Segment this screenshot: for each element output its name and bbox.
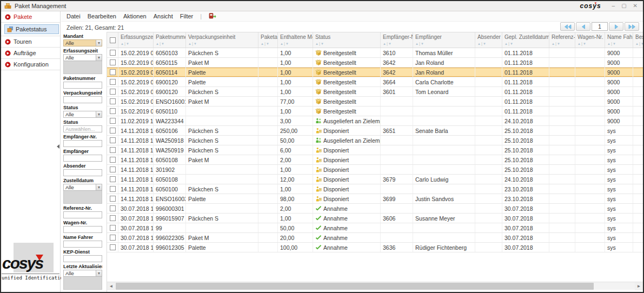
column-header-absender[interactable]: Absender ▲|▼ — [475, 32, 502, 48]
row-checkbox[interactable] — [110, 50, 116, 56]
menu-filter[interactable]: Filter — [180, 13, 193, 19]
table-row[interactable]: 14.11.2018 14:496050108Paket M2,00Dispon… — [107, 155, 643, 165]
table-row[interactable]: 14.11.2018 14:49605010812,00Disponiert36… — [107, 175, 643, 184]
column-header-referenz-nr[interactable]: Referenz-Nr. ▲|▼ — [549, 32, 575, 48]
table-row[interactable]: 14.11.2018 13:41ENSO160039Palette98,00Di… — [107, 194, 643, 204]
row-checkbox[interactable] — [110, 196, 116, 202]
chevron-down-icon[interactable]: ▼ — [96, 40, 102, 46]
filter-panel-collapse-icon[interactable] — [57, 144, 59, 149]
row-checkbox[interactable] — [110, 167, 116, 172]
sort-icons[interactable]: ▲|▼ — [156, 41, 185, 46]
table-row[interactable]: 30.07.2018 15:39996022305Paket M20,00Ann… — [107, 233, 643, 243]
filter-select-zustelldatum[interactable]: Alle ▼ — [63, 184, 102, 191]
table-row[interactable]: 30.07.2018 15:41996015907Päckchen S1,00A… — [107, 214, 643, 223]
table-row[interactable]: 14.11.2018 14:49WA250918Päckchen S50,00A… — [107, 136, 643, 145]
page-next-button[interactable] — [609, 22, 623, 31]
menu-action-button[interactable] — [209, 11, 216, 21]
sidebar-item-konfiguration[interactable]: Konfiguration — [1, 59, 60, 70]
row-checkbox[interactable] — [110, 157, 116, 163]
sort-icons[interactable]: ▲|▼ — [504, 41, 549, 46]
filter-input-empf-nger-nr[interactable] — [63, 140, 102, 147]
scrollbar-track[interactable] — [115, 282, 635, 290]
row-checkbox[interactable] — [110, 59, 116, 65]
column-header-besch[interactable]: Besch ▲|▼ — [633, 32, 643, 48]
table-row[interactable]: 11.02.2019 10:51WA2233443,00Ausgeliefert… — [107, 116, 643, 126]
page-first-button[interactable] — [560, 22, 575, 31]
row-checkbox[interactable] — [110, 128, 116, 134]
table-row[interactable]: 14.11.2018 14:49WA250919Päckchen S6,00Di… — [107, 145, 643, 155]
scroll-right-button[interactable]: ► — [635, 282, 643, 290]
row-checkbox[interactable] — [110, 137, 116, 143]
chevron-down-icon[interactable]: ▼ — [96, 184, 102, 190]
table-row[interactable]: 30.07.2018 15:419960003012,00Annahme30.0… — [107, 204, 643, 214]
sidebar-item-touren[interactable]: Touren — [1, 36, 60, 48]
maximize-button[interactable]: ▢ — [621, 3, 626, 9]
table-row[interactable]: 30.07.2018 15:39996012305Palette100,00An… — [107, 243, 643, 252]
table-row[interactable]: 15.02.2019 09:016050115Paket M1,00Bereit… — [107, 58, 643, 68]
row-checkbox[interactable] — [110, 108, 116, 114]
close-button[interactable]: ✕ — [633, 3, 638, 9]
sort-icons[interactable]: ▲|▼ — [607, 41, 633, 46]
filter-input-kep-dienst[interactable] — [63, 255, 102, 262]
column-header-wagen-nr[interactable]: Wagen-Nr. ▲|▼ — [575, 32, 605, 48]
row-checkbox[interactable] — [110, 118, 116, 124]
table-row[interactable]: 14.11.2018 14:496050106Päckchen S250,00D… — [107, 126, 643, 136]
table-row[interactable]: 14.11.2018 14:493019021,00Disponiert25.1… — [107, 165, 643, 175]
filter-select-mandant[interactable]: Alle ▼ — [63, 39, 102, 46]
column-header-paketart[interactable]: Paketart ▲|▼ — [258, 32, 278, 48]
select-all-checkbox[interactable] — [110, 37, 116, 43]
row-checkbox[interactable] — [110, 186, 116, 192]
sort-icons[interactable]: ▲|▼ — [280, 41, 313, 46]
table-row[interactable]: 15.02.2019 08:5560501101,00Bereitgestell… — [107, 106, 643, 116]
sort-icons[interactable]: ▲|▼ — [635, 41, 643, 46]
sort-icons[interactable]: ▲|▼ — [552, 41, 575, 46]
minimize-button[interactable]: – — [612, 3, 615, 9]
row-checkbox[interactable] — [110, 176, 116, 182]
table-row[interactable]: 14.11.2018 13:416050100Päckchen S1,00Dis… — [107, 184, 643, 194]
filter-input-verpackungseinheit[interactable] — [63, 96, 102, 103]
row-checkbox[interactable] — [110, 79, 116, 85]
row-checkbox[interactable] — [110, 205, 116, 211]
table-row[interactable]: 30.07.2018 15:419950,00Annahme30.07.2018… — [107, 223, 643, 233]
row-checkbox[interactable] — [110, 235, 116, 241]
filter-input-empf-nger[interactable] — [63, 155, 102, 162]
row-checkbox[interactable] — [110, 98, 116, 104]
column-header-gepl-zustelldatum[interactable]: Gepl. Zustelldatum ▲|▼ — [502, 32, 549, 48]
filter-input-referenz-nr[interactable] — [63, 211, 102, 218]
row-checkbox[interactable] — [110, 244, 116, 250]
menu-bearbeiten[interactable]: Bearbeiten — [88, 13, 116, 19]
table-row[interactable]: 15.02.2019 09:076050103Päckchen S1,00Ber… — [107, 48, 643, 58]
chevron-down-icon[interactable]: ▼ — [96, 111, 102, 117]
row-checkbox[interactable] — [110, 89, 116, 95]
sort-icons[interactable]: ▲|▼ — [477, 41, 502, 46]
column-header-paketnummer[interactable]: Paketnummer ▲|▼ — [154, 32, 186, 48]
filter-input-status[interactable]: Auswählen... — [63, 125, 102, 132]
page-last-button[interactable] — [625, 22, 639, 31]
sort-icons[interactable]: ▲|▼ — [121, 41, 153, 46]
scrollbar-thumb[interactable] — [116, 283, 594, 290]
column-header-verpackungseinheit[interactable]: Verpackungseinheit ▲|▼ — [186, 32, 258, 48]
column-header-empf-nger[interactable]: Empfänger ▲|▼ — [413, 32, 475, 48]
row-checkbox[interactable] — [110, 69, 116, 75]
menu-datei[interactable]: Datei — [67, 13, 81, 19]
sort-icons[interactable]: ▲|▼ — [315, 41, 380, 46]
table-row[interactable]: 15.02.2019 08:55ENSO160010Paket M77,00Be… — [107, 97, 643, 106]
sidebar-item-pakete[interactable]: Pakete — [1, 11, 60, 23]
page-prev-button[interactable] — [576, 22, 590, 31]
sort-icons[interactable]: ▲|▼ — [383, 41, 413, 46]
filter-input-name-fahrer[interactable] — [63, 241, 102, 248]
column-header-erfassungszeit[interactable]: Erfassungszeit ▲|▼ — [118, 32, 154, 48]
page-number-input[interactable]: 1 — [592, 22, 608, 31]
filter-input-wagen-nr[interactable] — [63, 226, 102, 233]
row-checkbox[interactable] — [110, 215, 116, 221]
table-row[interactable]: 15.02.2019 09:006050114Palette1,00Bereit… — [107, 68, 643, 77]
filter-input-absender[interactable] — [63, 169, 102, 176]
sort-icons[interactable]: ▲|▼ — [577, 41, 605, 46]
sidebar-item-auftr-ge[interactable]: Aufträge — [1, 48, 60, 59]
filter-select-status[interactable]: Alle ▼ — [63, 111, 102, 118]
chevron-down-icon[interactable]: ▼ — [96, 55, 102, 61]
menu-aktionen[interactable]: Aktionen — [123, 13, 147, 19]
table-row[interactable]: 15.02.2019 08:566900120Palette1,00Bereit… — [107, 77, 643, 87]
column-header-status[interactable]: Status ▲|▼ — [313, 32, 381, 48]
column-header-empf-nger-nr[interactable]: Empfänger-Nr. ▲|▼ — [381, 32, 413, 48]
